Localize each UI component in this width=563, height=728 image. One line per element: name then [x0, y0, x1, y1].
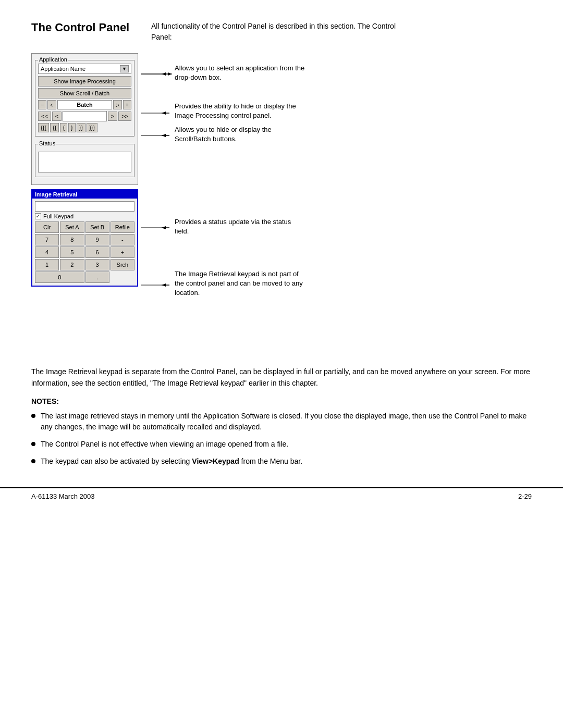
application-label: Application	[38, 56, 68, 63]
rr-button[interactable]: >>	[118, 112, 131, 121]
set-b-key[interactable]: Set B	[85, 221, 109, 233]
page-footer: A-61133 March 2003 2-29	[0, 487, 563, 504]
srch-key[interactable]: Srch	[111, 259, 134, 270]
clr-key[interactable]: Clr	[35, 221, 59, 233]
body-text: The Image Retrieval keypad is separate f…	[31, 366, 532, 389]
note-1-text: The last image retrieved stays in memory…	[41, 411, 532, 433]
status-field	[38, 152, 131, 172]
b2-button[interactable]: {{	[50, 123, 59, 132]
minus-button[interactable]: −	[38, 100, 46, 109]
footer-left: A-61133 March 2003	[31, 492, 94, 500]
footer-right: 2-29	[518, 492, 532, 500]
note-3-text: The keypad can also be activated by sele…	[41, 456, 302, 467]
view-keypad-bold: View>Keypad	[192, 457, 239, 465]
plus-button[interactable]: +	[123, 100, 131, 109]
note-item-3: The keypad can also be activated by sele…	[31, 456, 532, 467]
notes-label: NOTES:	[31, 397, 532, 405]
key-7[interactable]: 7	[35, 234, 59, 245]
note-item-2: The Control Panel is not effective when …	[31, 439, 532, 450]
l-button[interactable]: <	[52, 112, 62, 121]
key-8[interactable]: 8	[60, 234, 84, 245]
application-name-text: Application Name	[41, 66, 120, 72]
note-item-1: The last image retrieved stays in memory…	[31, 411, 532, 433]
r-button[interactable]: >	[108, 112, 117, 121]
b3-button[interactable]: {	[60, 123, 67, 132]
key-2[interactable]: 2	[60, 259, 84, 270]
ll-button[interactable]: <<	[38, 112, 51, 121]
dropdown-arrow-icon[interactable]: ▼	[120, 65, 129, 72]
show-scroll-batch-button[interactable]: Show Scroll / Batch	[38, 88, 131, 98]
section-intro: All functionality of the Control Panel i…	[151, 21, 401, 43]
b4-button[interactable]: }	[68, 123, 76, 132]
notes-list: The last image retrieved stays in memory…	[31, 411, 532, 467]
bullet-icon	[31, 414, 35, 418]
annotation-5: The Image Retrieval keypad is not part o…	[175, 269, 305, 298]
key-dot1[interactable]: -	[111, 234, 134, 245]
key-3[interactable]: 3	[85, 259, 109, 270]
annotation-4: Provides a status update via the status …	[175, 217, 305, 236]
bullet-icon	[31, 459, 35, 463]
key-4[interactable]: 4	[35, 246, 59, 258]
key-dot2[interactable]: .	[85, 272, 109, 283]
status-label: Status	[38, 140, 56, 146]
refile-key[interactable]: Refile	[111, 221, 134, 233]
ir-input-field[interactable]	[35, 201, 134, 212]
key-6[interactable]: 6	[85, 246, 109, 258]
key-9[interactable]: 9	[85, 234, 109, 245]
bullet-icon	[31, 442, 35, 446]
b6-button[interactable]: }}}	[87, 123, 97, 132]
b5-button[interactable]: }}	[77, 123, 85, 132]
key-plus[interactable]: +	[111, 246, 134, 258]
annotation-1: Allows you to select an application from…	[175, 64, 305, 82]
lt-lt-button[interactable]: ‹:	[47, 100, 56, 109]
set-a-key[interactable]: Set A	[60, 221, 84, 233]
full-keypad-label: Full Keypad	[43, 213, 74, 219]
image-retrieval-title: Image Retrieval	[32, 190, 137, 199]
key-0[interactable]: 0	[35, 272, 84, 283]
annotations-svg	[141, 53, 365, 355]
annotation-3: Allows you to hide or display the Scroll…	[175, 125, 305, 144]
annotation-2: Provides the ability to hide or display …	[175, 102, 305, 120]
batch-label: Batch	[57, 100, 112, 109]
note-2-text: The Control Panel is not effective when …	[41, 439, 288, 450]
section-title: The Control Panel	[31, 21, 136, 43]
show-image-processing-button[interactable]: Show Image Processing	[38, 76, 131, 87]
key-1[interactable]: 1	[35, 259, 59, 270]
application-dropdown[interactable]: Application Name ▼	[38, 64, 131, 74]
b1-button[interactable]: {{{	[38, 123, 49, 132]
key-5[interactable]: 5	[60, 246, 84, 258]
full-keypad-checkbox[interactable]: ✓	[35, 213, 41, 219]
colon-gt-button[interactable]: :›	[113, 100, 122, 109]
